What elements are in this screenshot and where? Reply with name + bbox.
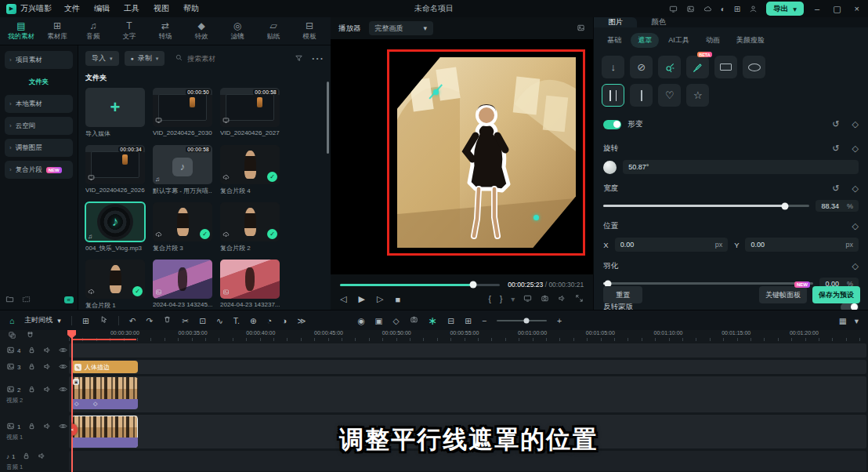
- playhead-line[interactable]: [71, 330, 73, 472]
- save-preset-button[interactable]: 保存为预设: [812, 286, 860, 303]
- export-button[interactable]: 导出 ▾: [766, 2, 804, 16]
- sidebar-item-folder[interactable]: 文件夹: [5, 73, 73, 91]
- width-slider-knob[interactable]: [781, 202, 788, 209]
- fullscreen-icon[interactable]: [575, 294, 584, 304]
- media-item-import[interactable]: + 导入媒体: [85, 88, 145, 138]
- split-view-icon[interactable]: ⊞: [465, 316, 472, 325]
- transform-toggle[interactable]: [603, 120, 621, 129]
- stop-button[interactable]: ■: [395, 295, 400, 304]
- lock-icon[interactable]: [27, 362, 36, 372]
- media-item-photo[interactable]: 2024-04-23 143237...: [220, 260, 280, 310]
- zoom-in-icon[interactable]: +: [557, 316, 562, 325]
- sidebar-item-project-media[interactable]: ›项目素材: [5, 51, 73, 69]
- timeline-ruler[interactable]: 00:00:30:00 00:00:35:00 00:00:40:00 00:0…: [69, 330, 868, 341]
- media-export-icon[interactable]: [686, 5, 695, 13]
- reset-icon[interactable]: ↺: [832, 183, 839, 194]
- account-icon[interactable]: [749, 5, 758, 13]
- track-lane-video-3[interactable]: ✎ 人体描边: [69, 360, 866, 374]
- mask-line-button[interactable]: [630, 84, 653, 107]
- lock-icon[interactable]: [22, 452, 31, 462]
- media-item-video[interactable]: 00:00:58 VID_20240426_2027...: [220, 88, 280, 138]
- media-item-compound-clip[interactable]: ✓ 复合片段 1: [85, 260, 145, 310]
- snapshot-icon[interactable]: [410, 315, 418, 325]
- motion-track-icon[interactable]: ∗: [429, 314, 438, 327]
- render-preview-icon[interactable]: ◉: [357, 316, 364, 325]
- keyframe-icon[interactable]: ◇: [852, 221, 859, 231]
- rotate-value-input[interactable]: [628, 163, 853, 171]
- more-tools-icon[interactable]: ≫: [297, 316, 306, 325]
- menu-file[interactable]: 文件: [64, 3, 80, 14]
- mask-handle-top[interactable]: [433, 89, 439, 95]
- subtab-ai-tools[interactable]: AI工具: [661, 33, 696, 48]
- crop-icon[interactable]: ⊡: [199, 316, 206, 325]
- media-item-video[interactable]: 00:00:50 VID_20240426_2030...: [153, 88, 212, 138]
- eye-icon[interactable]: [59, 422, 67, 432]
- position-y-input[interactable]: [750, 241, 842, 249]
- menu-edit[interactable]: 编辑: [94, 3, 110, 14]
- mute-icon[interactable]: [43, 346, 52, 356]
- tab-transition[interactable]: ⇄转场: [147, 20, 183, 43]
- menu-view[interactable]: 视图: [154, 3, 169, 14]
- zoom-out-icon[interactable]: −: [482, 316, 486, 325]
- tab-stickers[interactable]: ▱贴纸: [255, 20, 291, 43]
- sidebar-item-compound-clip[interactable]: ›复合片段NEW: [5, 161, 73, 179]
- next-frame-button[interactable]: ▷: [377, 294, 383, 304]
- cursor-tool-icon[interactable]: [99, 315, 108, 325]
- subtab-basic[interactable]: 基础: [600, 33, 628, 48]
- tab-color[interactable]: 颜色: [637, 17, 680, 27]
- width-slider[interactable]: [603, 205, 809, 207]
- mute-icon[interactable]: [43, 362, 52, 372]
- keyframe-icon[interactable]: ◇: [852, 119, 859, 129]
- subtab-animation[interactable]: 动画: [699, 33, 727, 48]
- apps-grid-icon[interactable]: ⊞: [734, 5, 740, 13]
- minimize-button[interactable]: –: [812, 4, 822, 13]
- sidebar-item-local-media[interactable]: ›本地素材: [5, 95, 73, 113]
- main-timeline-dropdown[interactable]: 主时间线 ▾: [24, 315, 61, 325]
- mute-icon[interactable]: [43, 422, 52, 432]
- mask-ellipse-button[interactable]: [743, 56, 765, 78]
- feather-slider[interactable]: [603, 282, 813, 285]
- menu-tools[interactable]: 工具: [124, 3, 139, 14]
- subtab-mask[interactable]: 遮罩: [631, 33, 659, 48]
- new-folder-icon[interactable]: [5, 295, 14, 305]
- subtab-beauty[interactable]: 美颜瘦脸: [729, 33, 772, 48]
- preview-stage[interactable]: [331, 39, 593, 274]
- menu-help[interactable]: 帮助: [183, 3, 199, 14]
- keyframe-icon[interactable]: ◇: [852, 183, 859, 194]
- seek-bar[interactable]: [340, 284, 500, 286]
- media-item-photo[interactable]: 2024-04-23 143245...: [153, 260, 212, 310]
- mask-heart-button[interactable]: ♡: [658, 84, 681, 107]
- track-manager-icon[interactable]: ▦: [839, 316, 847, 325]
- reset-button[interactable]: 重置: [603, 286, 642, 303]
- folder-outline-icon[interactable]: [22, 295, 31, 305]
- tab-filters[interactable]: ◎滤镜: [219, 20, 255, 43]
- tab-stock-media[interactable]: ⊞素材库: [39, 20, 75, 43]
- more-options-icon[interactable]: ⋯: [311, 51, 324, 66]
- close-button[interactable]: ×: [852, 4, 862, 13]
- track-lane-video-2[interactable]: ▣ ◇ ◇: [69, 376, 866, 412]
- undo-icon[interactable]: ↶: [129, 316, 136, 325]
- media-item-subtitle-audio[interactable]: ♪ 00:00:58 ♫ 默认字幕 - 用万兴喵...: [153, 145, 212, 195]
- mask-star-button[interactable]: ☆: [686, 84, 709, 107]
- effect-clip-body-outline[interactable]: ✎ 人体描边: [71, 361, 138, 373]
- palette-icon[interactable]: ◑: [282, 316, 287, 325]
- media-item-audio-selected[interactable]: ♪ ♫ 004_快乐_Vlog.mp3: [85, 202, 145, 252]
- tab-image[interactable]: 图片: [594, 17, 637, 27]
- eye-icon[interactable]: [59, 362, 67, 372]
- keyframe-icon[interactable]: ◇: [852, 143, 859, 154]
- theme-icon[interactable]: ◐: [721, 5, 725, 13]
- zoom-slider-knob[interactable]: [524, 318, 530, 323]
- tab-audio[interactable]: ♫音频: [75, 20, 111, 43]
- cloud-icon[interactable]: [703, 5, 712, 13]
- maximize-button[interactable]: ▢: [830, 4, 843, 14]
- media-item-compound-clip[interactable]: ✓ 复合片段 4: [220, 145, 280, 195]
- keyframe-marker[interactable]: ◇: [74, 401, 78, 407]
- keyframe-marker[interactable]: ◇: [93, 401, 97, 407]
- volume-icon[interactable]: [558, 294, 566, 304]
- keyframe-panel-button[interactable]: 关键帧面板 NEW: [759, 286, 807, 303]
- play-button[interactable]: ▶: [358, 294, 364, 304]
- mask-parallel-lines-button[interactable]: [602, 84, 624, 107]
- clock-icon[interactable]: ◔: [267, 316, 272, 325]
- preview-settings-icon[interactable]: [577, 24, 585, 34]
- video-clip-track2[interactable]: ▣ ◇ ◇: [71, 377, 138, 409]
